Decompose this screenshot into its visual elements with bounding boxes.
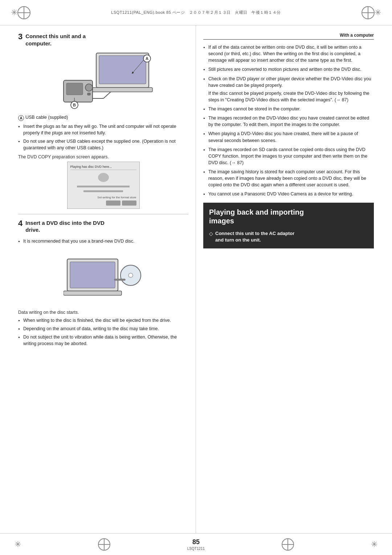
dvd-screen-ok-btn [122, 200, 136, 206]
right-bullet-5: The images recorded on the DVD-Video dis… [203, 115, 374, 128]
right-column: With a computer If all of the data canno… [196, 25, 377, 533]
section3-num: 3 [18, 33, 23, 41]
top-meta: LSQT1211(PAL_ENG).book 85 ページ ２００７年２月１３日… [30, 10, 362, 15]
svg-rect-21 [114, 279, 125, 280]
right-bullet-7: The images recorded on SD cards cannot b… [203, 146, 374, 166]
section3-title: Connect this unit and acomputer. [25, 33, 86, 47]
page-number-box: 85 LSQT1211 [187, 538, 205, 551]
svg-text:B: B [73, 103, 76, 107]
section3-bullet-2: Do not use any other USB cables except t… [18, 138, 188, 151]
section4-after-bullet-2: Depending on the amount of data, writing… [18, 325, 188, 332]
svg-rect-7 [66, 83, 83, 95]
right-bullet-4: The images cannot be stored in the compu… [203, 106, 374, 112]
left-column: 3 Connect this unit and acomputer. [15, 25, 196, 533]
svg-point-20 [128, 273, 133, 278]
section4-num: 4 [18, 219, 23, 227]
usb-note-text: USB cable (supplied) [25, 115, 68, 120]
svg-rect-9 [87, 93, 90, 95]
playing-back-title: Playing back and importingimages [209, 208, 368, 225]
section3-bullets: Insert the plugs as far as they will go.… [18, 123, 188, 151]
section4-title: Insert a DVD disc into the DVDdrive. [25, 219, 105, 234]
right-bullet-8: The image saving history is stored for e… [203, 169, 374, 188]
diamond-text: Connect this unit to the AC adaptorand t… [215, 230, 294, 243]
circle-a-label: A [18, 115, 24, 121]
top-right-circle-reg [362, 6, 375, 19]
dvd-screen-btns [70, 200, 136, 206]
bottom-left-star: ✳ [15, 540, 21, 548]
diamond-icon: ◇ [209, 231, 213, 236]
screen-appears-text: The DVD COPY preparation screen appears. [18, 154, 188, 159]
dvd-laptop-svg [64, 255, 143, 299]
section4-after-bullet-1: When writing to the disc is finished, th… [18, 317, 188, 324]
laptop-camera-diagram-box: A B [18, 51, 188, 111]
with-computer-header: With a computer [203, 33, 374, 40]
page-number: 85 [192, 538, 200, 546]
usb-note: A USB cable (supplied) [18, 115, 188, 121]
svg-rect-17 [70, 262, 115, 288]
dvd-screen-mock: Playing has disc DVD here... Set writing… [67, 162, 140, 209]
bottom-left-reg [98, 538, 110, 551]
dvd-player-sub-text: If the disc cannot be played properly, c… [208, 90, 374, 103]
top-left-reg: ✳ [11, 9, 17, 17]
playing-back-section: Playing back and importingimages ◇ Conne… [203, 203, 374, 248]
svg-text:A: A [146, 56, 148, 61]
dvd-screen-icon [98, 173, 109, 182]
svg-line-3 [103, 92, 111, 98]
bottom-bar: ✳ 85 LSQT1211 ✳ [0, 533, 392, 555]
right-bullets: If all of the data cannot be written ont… [203, 44, 374, 198]
page: ✳ LSQT1211(PAL_ENG).book 85 ページ ２００７年２月１… [0, 0, 392, 555]
top-left-circle-reg [17, 6, 30, 19]
right-bullet-1: If all of the data cannot be written ont… [203, 44, 374, 64]
svg-point-8 [85, 84, 93, 91]
divider-3-4 [18, 214, 188, 214]
page-code: LSQT1211 [187, 547, 205, 551]
section4-after-bullet-3: Do not subject the unit to vibration whi… [18, 334, 188, 347]
dvd-screen-bar-2 [83, 190, 123, 192]
right-bullet-9: You cannot use a Panasonic DVD Video Cam… [203, 191, 374, 197]
section4-after-bullets: When writing to the disc is finished, th… [18, 317, 188, 347]
svg-rect-2 [93, 88, 152, 92]
laptop-camera-svg: A B [53, 51, 154, 111]
top-bar: ✳ LSQT1211(PAL_ENG).book 85 ページ ２００７年２月１… [0, 0, 392, 25]
dvd-screen-title: Playing has disc DVD here... [70, 165, 136, 170]
dvd-screen-cancel-btn [106, 200, 121, 206]
dvd-screen-bar-1 [77, 186, 130, 187]
data-writing-text: Data writing on the disc starts. [18, 310, 188, 315]
right-bullet-2: Still pictures are converted to motion p… [203, 66, 374, 73]
section3-heading: 3 Connect this unit and acomputer. [18, 33, 188, 47]
top-right-reg: ✳ [375, 9, 381, 17]
section4-bullet-1: It is recommended that you use a brand-n… [18, 238, 188, 244]
dvd-laptop-diagram-box [18, 248, 188, 306]
bottom-right-star: ✳ [371, 540, 377, 548]
right-bullet-6: When playing a DVD-Video disc you have c… [203, 130, 374, 143]
section3-bullet-1: Insert the plugs as far as they will go.… [18, 123, 188, 136]
svg-rect-18 [64, 291, 122, 295]
diamond-bullet: ◇ Connect this unit to the AC adaptorand… [209, 230, 368, 243]
bottom-right-reg [282, 538, 294, 551]
right-bullet-3: Check on the DVD player or other player … [203, 76, 374, 104]
content-area: 3 Connect this unit and acomputer. [0, 25, 392, 533]
dvd-screen-sub: Set writing for the format store [70, 196, 136, 199]
section4-heading: 4 Insert a DVD disc into the DVDdrive. [18, 219, 188, 234]
section4-pre-bullets: It is recommended that you use a brand-n… [18, 238, 188, 244]
svg-rect-1 [99, 56, 146, 84]
